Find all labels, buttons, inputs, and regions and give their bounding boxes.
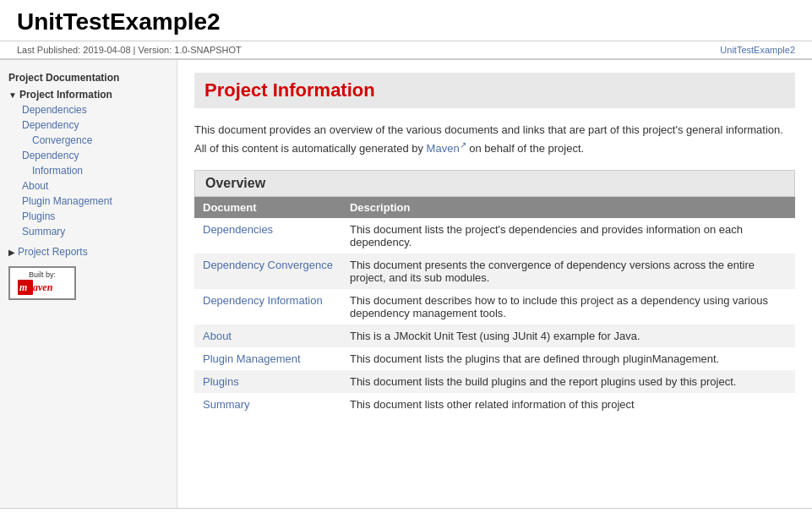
doc-link[interactable]: Dependency Information <box>203 294 323 307</box>
summary-link[interactable]: Summary <box>22 226 65 237</box>
table-cell-doc: Plugins <box>194 370 341 393</box>
sidebar-item-dependency[interactable]: Dependency <box>0 117 177 133</box>
arrow-icon: ▼ <box>8 90 17 100</box>
about-link[interactable]: About <box>22 180 48 192</box>
doc-link[interactable]: Plugins <box>203 375 239 388</box>
table-cell-desc: This document lists the build plugins an… <box>341 370 795 393</box>
table-cell-desc: This document lists other related inform… <box>341 393 795 416</box>
table-row: PluginsThis document lists the build plu… <box>194 370 795 393</box>
table-row: AboutThis is a JMockit Unit Test (using … <box>194 325 795 347</box>
intro-suffix: on behalf of the project. <box>469 142 584 155</box>
sidebar-item-information[interactable]: Information <box>0 163 177 178</box>
maven-badge: Built by: m aven <box>8 266 168 300</box>
table-cell-doc: Dependencies <box>194 218 341 254</box>
table-cell-desc: This document lists the plugins that are… <box>341 347 795 370</box>
convergence-link[interactable]: Convergence <box>32 134 92 146</box>
plugins-link[interactable]: Plugins <box>22 210 55 222</box>
table-cell-doc: Plugin Management <box>194 347 341 370</box>
svg-text:aven: aven <box>33 281 53 293</box>
project-reports-section: ▶ Project Reports <box>0 244 177 259</box>
table-row: SummaryThis document lists other related… <box>194 393 795 416</box>
project-reports-link[interactable]: Project Reports <box>18 246 88 258</box>
maven-logo: m aven <box>17 279 68 296</box>
overview-header: Overview <box>194 170 795 197</box>
outer-wrapper: UnitTestExample2 Last Published: 2019-04… <box>0 0 812 513</box>
project-documentation-title: Project Documentation <box>0 68 177 87</box>
sidebar-item-convergence[interactable]: Convergence <box>0 133 177 148</box>
dependency-info-link[interactable]: Dependency <box>22 150 79 161</box>
table-cell-doc: About <box>194 325 341 347</box>
table-cell-desc: This document describes how to to includ… <box>341 289 795 325</box>
sidebar-item-summary[interactable]: Summary <box>0 224 177 239</box>
table-cell-desc: This document presents the convergence o… <box>341 254 795 289</box>
sidebar-item-plugin-management[interactable]: Plugin Management <box>0 194 177 209</box>
doc-link[interactable]: Dependencies <box>203 223 273 236</box>
information-link[interactable]: Information <box>32 165 83 177</box>
doc-link[interactable]: Plugin Management <box>203 352 301 365</box>
table-row: Plugin ManagementThis document lists the… <box>194 347 795 370</box>
table-cell-desc: This is a JMockit Unit Test (using JUnit… <box>341 325 795 347</box>
sidebar-item-dependency-info[interactable]: Dependency <box>0 148 177 163</box>
page-header: UnitTestExample2 <box>0 0 812 41</box>
col-header-description: Description <box>341 197 795 218</box>
sidebar-item-about[interactable]: About <box>0 178 177 194</box>
maven-link[interactable]: Maven <box>427 142 460 155</box>
sidebar-item-dependencies[interactable]: Dependencies <box>0 102 177 117</box>
subheader: Last Published: 2019-04-08 | Version: 1.… <box>0 41 812 60</box>
table-header-row: Document Description <box>194 197 795 218</box>
table-cell-doc: Dependency Convergence <box>194 254 341 289</box>
dependency-link[interactable]: Dependency <box>22 119 79 131</box>
external-link-icon: ↗ <box>460 140 466 150</box>
meta-right-link[interactable]: UnitTestExample2 <box>720 45 795 55</box>
doc-link[interactable]: Dependency Convergence <box>203 259 333 271</box>
content-wrapper: Project Documentation ▼ Project Informat… <box>0 60 812 508</box>
table-row: Dependency ConvergenceThis document pres… <box>194 254 795 289</box>
built-by-label: Built by: <box>29 270 56 279</box>
doc-link[interactable]: Summary <box>203 398 250 411</box>
maven-svg-logo: m aven <box>17 279 68 296</box>
main-content: Project Information This document provid… <box>177 60 812 508</box>
col-header-document: Document <box>194 197 341 218</box>
dependencies-link[interactable]: Dependencies <box>22 104 87 116</box>
sidebar-item-plugins[interactable]: Plugins <box>0 209 177 224</box>
meta-left: Last Published: 2019-04-08 | Version: 1.… <box>17 45 242 55</box>
table-cell-doc: Summary <box>194 393 341 416</box>
table-row: DependenciesThis document lists the proj… <box>194 218 795 254</box>
table-body: DependenciesThis document lists the proj… <box>194 218 795 416</box>
footer: Copyright © 2019. All Rights Reserved. <box>0 508 812 513</box>
reports-arrow-icon: ▶ <box>8 248 15 257</box>
main-heading: Project Information <box>194 73 795 108</box>
table-cell-doc: Dependency Information <box>194 289 341 325</box>
project-information-label: Project Information <box>19 89 112 101</box>
project-information-section: ▼ Project Information <box>0 87 177 102</box>
table-cell-desc: This document lists the project's depend… <box>341 218 795 254</box>
plugin-management-link[interactable]: Plugin Management <box>22 195 112 207</box>
doc-link[interactable]: About <box>203 330 232 342</box>
table-row: Dependency InformationThis document desc… <box>194 289 795 325</box>
page-title: UnitTestExample2 <box>17 8 795 35</box>
info-table: Document Description DependenciesThis do… <box>194 197 795 416</box>
intro-paragraph: This document provides an overview of th… <box>194 122 795 156</box>
sidebar: Project Documentation ▼ Project Informat… <box>0 60 177 508</box>
svg-text:m: m <box>19 281 27 293</box>
